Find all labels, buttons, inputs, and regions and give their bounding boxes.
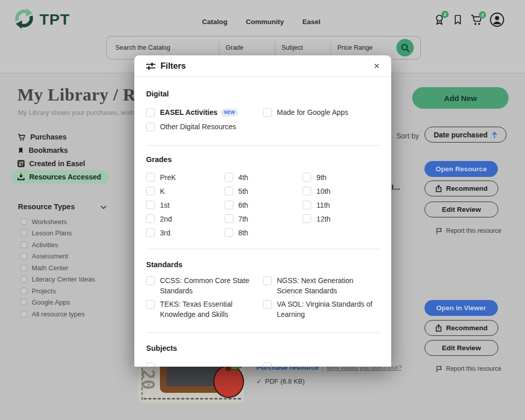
resource-type-worksheets[interactable]: Worksheets [21,216,95,228]
checkbox[interactable] [146,123,155,131]
resource-types-header[interactable]: Resource Types [18,202,107,211]
close-icon[interactable]: ✕ [371,61,382,72]
nav-link-easel[interactable]: Easel [302,18,320,26]
nav-link-catalog[interactable]: Catalog [202,18,228,26]
checkbox[interactable] [21,288,27,294]
search-button[interactable] [396,39,414,56]
filter-grade-8th[interactable]: 8th [225,226,303,239]
recommend-button-2[interactable]: Recommend [425,320,498,336]
sidebar-item-label: Purchases [30,133,67,141]
filter-grade-7th[interactable]: 7th [225,212,303,226]
filter-grade-prek[interactable]: PreK [146,170,225,184]
checkbox[interactable] [146,108,155,117]
checkbox[interactable] [302,201,311,209]
filter-digital-other-digital-resources[interactable]: Other Digital Resources [146,119,263,134]
checkbox[interactable] [21,265,27,271]
filter-digital-easel-activities[interactable]: EASEL ActivitiesNEW [146,105,263,119]
checkbox[interactable] [146,276,155,285]
filter-grade-4th[interactable]: 4th [225,170,303,184]
resource-type-literacy-center-ideas[interactable]: Literacy Center Ideas [21,274,95,286]
sidebar-item-bookmarks[interactable]: Bookmarks [11,144,76,157]
checkbox[interactable] [146,300,155,309]
recommend-button-1[interactable]: Recommend [425,181,498,196]
filter-grade-3rd[interactable]: 3rd [146,226,225,239]
open-resource-button[interactable]: Open Resource [425,161,498,177]
filter-subject-option[interactable] [146,359,263,367]
filter-grade-2nd[interactable]: 2nd [146,212,225,226]
filter-grade-12th[interactable]: 12th [302,212,381,226]
filter-label: EASEL Activities [160,108,217,116]
resource-type-lesson-plans[interactable]: Lesson Plans [21,228,95,239]
search-filter-price-range[interactable]: Price Range [331,41,399,54]
checkbox[interactable] [263,108,272,117]
filter-grade-9th[interactable]: 9th [302,170,381,184]
checkbox[interactable] [21,276,27,283]
resource-type-activities[interactable]: Activities [21,239,95,251]
checkbox[interactable] [225,187,233,195]
tpt-logo[interactable]: TPT [12,7,70,32]
resource-type-projects[interactable]: Projects [21,285,95,297]
filter-grade-6th[interactable]: 6th [225,198,303,212]
checkbox[interactable] [146,228,155,237]
open-in-viewer-button[interactable]: Open in Viewer [425,300,498,316]
checkbox[interactable] [146,201,155,209]
checkbox[interactable] [146,214,155,223]
cart-icon[interactable]: 2 [470,14,483,26]
check-icon: ✓ [256,378,261,385]
sidebar-item-purchases[interactable]: Purchases [11,130,75,144]
filter-standard-teks[interactable]: TEKS: Texas Essential Knowledge and Skil… [146,300,263,319]
filter-subject-option[interactable] [263,359,381,367]
filter-grade-k[interactable]: K [146,184,225,198]
rewards-icon[interactable]: 2 [433,13,446,26]
checkbox[interactable] [225,173,233,182]
account-icon[interactable] [490,12,504,27]
filter-standard-va-sol[interactable]: VA SOL: Virginia Standards of Learning [263,300,381,319]
checkbox[interactable] [21,242,27,248]
add-new-button[interactable]: Add New [412,87,509,109]
resource-type-label: Google Apps [32,298,70,306]
search-filter-grade[interactable]: Grade [219,41,275,54]
checkbox[interactable] [146,173,155,182]
edit-review-button-2[interactable]: Edit Review [425,340,498,356]
checkbox[interactable] [146,187,155,195]
filter-grade-11th[interactable]: 11th [302,198,381,212]
search-input[interactable] [107,44,219,52]
resource-type-assessment[interactable]: Assessment [21,251,95,263]
filter-label: Made for Google Apps [277,108,348,116]
edit-review-button-1[interactable]: Edit Review [425,202,498,217]
digital-options: EASEL ActivitiesNEWMade for Google AppsO… [146,105,381,134]
checkbox[interactable] [225,201,233,209]
sidebar-item-created-in-easel[interactable]: Created in Easel [11,157,93,170]
checkbox[interactable] [263,276,272,285]
filter-grade-5th[interactable]: 5th [225,184,303,198]
nav-link-community[interactable]: Community [246,18,284,26]
sidebar-item-resources-accessed[interactable]: Resources Accessed [11,170,109,184]
bookmarks-icon[interactable] [452,14,463,26]
filter-grade-10th[interactable]: 10th [302,184,381,198]
checkbox[interactable] [302,214,311,223]
checkbox[interactable] [263,300,272,309]
flag-icon [436,366,442,372]
checkbox[interactable] [263,363,272,367]
checkbox[interactable] [21,218,27,225]
filter-digital-made-for-google-apps[interactable]: Made for Google Apps [263,105,381,119]
checkbox[interactable] [21,253,27,259]
filter-standard-ngss[interactable]: NGSS: Next Generation Science Standards [263,276,381,296]
checkbox[interactable] [225,228,233,237]
checkbox[interactable] [146,363,155,367]
filter-standard-ccss[interactable]: CCSS: Common Core State Standards [146,276,263,296]
sort-dropdown[interactable]: Date purchased [425,127,507,143]
checkbox[interactable] [21,230,27,236]
search-filter-subject[interactable]: Subject [275,41,331,54]
resource-type-math-center[interactable]: Math Center [21,262,95,274]
checkbox[interactable] [302,187,311,195]
report-resource-link-1[interactable]: Report this resource [436,227,501,234]
filter-grade-1st[interactable]: 1st [146,198,225,212]
checkbox[interactable] [225,214,233,223]
resource-type-all-resource-types[interactable]: All resource types [21,308,95,320]
resource-type-google-apps[interactable]: Google Apps [21,297,95,309]
checkbox[interactable] [21,299,27,306]
checkbox[interactable] [21,311,27,317]
checkbox[interactable] [302,173,311,182]
report-resource-link-2[interactable]: Report this resource [436,365,501,372]
